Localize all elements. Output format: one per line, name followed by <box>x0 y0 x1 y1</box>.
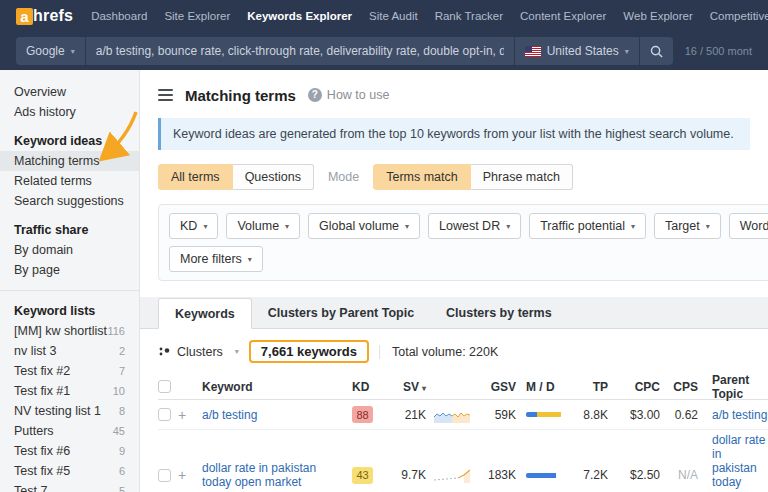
sidebar-item-label: Search suggestions <box>14 191 124 211</box>
mobile-desktop-bar <box>526 473 562 478</box>
ahrefs-logo-text: hrefs <box>33 7 73 25</box>
search-bar-row: Google ▾ a/b testing, bounce rate, click… <box>0 32 768 70</box>
ahrefs-logo[interactable]: ahrefs <box>16 7 73 25</box>
keyword-link[interactable]: dollar rate in pakistan today open marke… <box>202 461 316 489</box>
sidebar-item-by-domain[interactable]: By domain <box>0 240 139 260</box>
col-md[interactable]: M / D <box>516 380 568 394</box>
filter-volume[interactable]: Volume▾ <box>226 213 300 239</box>
list-count: 116 <box>107 321 125 341</box>
keyword-link[interactable]: a/b testing <box>202 408 257 422</box>
filter-word-count[interactable]: Word count▾ <box>729 213 768 239</box>
col-kd[interactable]: KD <box>352 380 386 394</box>
filter-lowest-dr[interactable]: Lowest DR▾ <box>428 213 521 239</box>
sidebar-item-search-suggestions[interactable]: Search suggestions <box>0 191 139 211</box>
nav-item-dashboard[interactable]: Dashboard <box>91 10 147 22</box>
search-engine-label: Google <box>26 44 65 58</box>
row-checkbox[interactable] <box>158 408 171 421</box>
filter-target[interactable]: Target▾ <box>654 213 721 239</box>
sidebar-section-traffic-share: Traffic share <box>0 220 139 240</box>
keywords-input[interactable]: a/b testing, bounce rate, click-through … <box>86 37 514 65</box>
sidebar-item-label: Keyword lists <box>14 301 95 321</box>
table-header-row: Keyword KD SV▾ GSV M / D TP CPC CPS Pare… <box>158 374 768 400</box>
tab-questions[interactable]: Questions <box>233 164 314 190</box>
select-all-checkbox[interactable] <box>158 380 171 393</box>
nav-item-web-explorer[interactable]: Web Explorer <box>623 10 692 22</box>
col-parent-topic[interactable]: Parent Topic <box>698 373 768 401</box>
sidebar-item-label: Overview <box>14 82 66 102</box>
sidebar-item-nv-list-3[interactable]: nv list 32 <box>0 341 139 361</box>
clusters-label: Clusters <box>177 345 223 359</box>
tp-value: 7.2K <box>568 468 608 482</box>
sidebar-item-test-fix-5[interactable]: Test fix #56 <box>0 461 139 481</box>
tab-clusters-by-parent-topic[interactable]: Clusters by Parent Topic <box>252 297 430 328</box>
filter-kd[interactable]: KD▾ <box>169 213 218 239</box>
chevron-down-icon: ▾ <box>405 222 409 231</box>
more-filters-button[interactable]: More filters ▾ <box>169 246 263 272</box>
sidebar-item-test-fix-2[interactable]: Test fix #27 <box>0 361 139 381</box>
sidebar-item-by-page[interactable]: By page <box>0 260 139 280</box>
how-to-use-link[interactable]: ? How to use <box>308 88 390 102</box>
clusters-dropdown[interactable]: Clusters ▾ <box>158 345 239 359</box>
sidebar-item-ads-history[interactable]: Ads history <box>0 102 139 122</box>
nav-item-site-audit[interactable]: Site Audit <box>369 10 418 22</box>
sidebar-item-label: NV testing list 1 <box>14 401 101 421</box>
col-cpc[interactable]: CPC <box>608 380 660 394</box>
sidebar-item-label: Related terms <box>14 171 92 191</box>
tab-clusters-by-terms[interactable]: Clusters by terms <box>430 297 568 328</box>
sidebar-item-label: By domain <box>14 240 73 260</box>
menu-icon[interactable] <box>158 89 173 101</box>
sidebar-item-test-fix-6[interactable]: Test fix #69 <box>0 441 139 461</box>
col-gsv[interactable]: GSV <box>472 380 516 394</box>
parent-topic-link[interactable]: a/b testing <box>712 408 767 422</box>
nav-item-content-explorer[interactable]: Content Explorer <box>520 10 606 22</box>
nav-item-competitive-analysis[interactable]: Competitive Analysis <box>710 10 768 22</box>
search-bar: Google ▾ a/b testing, bounce rate, click… <box>16 37 673 65</box>
filter-traffic-potential[interactable]: Traffic potential▾ <box>529 213 646 239</box>
tab-phrase-match[interactable]: Phrase match <box>471 164 573 190</box>
table-row: + a/b testing 88 21K 59K 8.8K $3.00 0.62… <box>158 400 768 430</box>
tab-keywords[interactable]: Keywords <box>158 298 252 329</box>
sidebar-item-nv-testing-list-1[interactable]: NV testing list 18 <box>0 401 139 421</box>
sidebar-item-label: Matching terms <box>14 151 99 171</box>
sidebar-item-label: [MM] kw shortlist <box>14 321 107 341</box>
sidebar-item-test-fix-1[interactable]: Test fix #110 <box>0 381 139 401</box>
row-checkbox[interactable] <box>158 469 171 482</box>
search-button[interactable] <box>640 37 673 65</box>
col-keyword[interactable]: Keyword <box>202 380 352 394</box>
filter-global-volume[interactable]: Global volume▾ <box>308 213 420 239</box>
add-to-list-button[interactable]: + <box>178 407 202 423</box>
list-count: 9 <box>119 441 125 461</box>
col-sv[interactable]: SV▾ <box>386 380 426 394</box>
add-to-list-button[interactable]: + <box>178 467 202 483</box>
sidebar-item-overview[interactable]: Overview <box>0 82 139 102</box>
search-engine-select[interactable]: Google ▾ <box>16 37 85 65</box>
sidebar-item-test-7[interactable]: Test 75 <box>0 481 139 492</box>
chevron-down-icon: ▾ <box>71 47 75 56</box>
sidebar-item-label: Putters <box>14 421 54 441</box>
nav-item-site-explorer[interactable]: Site Explorer <box>164 10 230 22</box>
trend-sparkline-icon <box>426 407 472 423</box>
tab-terms-match[interactable]: Terms match <box>373 164 471 190</box>
cps-value: 0.62 <box>660 408 698 422</box>
parent-topic-link[interactable]: dollar rate in pakistan today open marke… <box>712 433 765 492</box>
table-row: + dollar rate in pakistan today open mar… <box>158 430 768 492</box>
sidebar-item-label: Test fix #2 <box>14 361 70 381</box>
chevron-down-icon: ▾ <box>235 347 239 356</box>
sidebar-item-putters[interactable]: Putters45 <box>0 421 139 441</box>
sidebar-item-mm-kw-shortlist[interactable]: [MM] kw shortlist116 <box>0 321 139 341</box>
cpc-value: $2.50 <box>608 468 660 482</box>
trend-sparkline-icon <box>426 467 472 483</box>
nav-item-keywords-explorer[interactable]: Keywords Explorer <box>247 10 352 22</box>
tab-all-terms[interactable]: All terms <box>158 164 233 190</box>
sidebar-item-matching-terms[interactable]: Matching terms <box>0 151 139 171</box>
col-cps[interactable]: CPS <box>660 380 698 394</box>
sidebar-item-related-terms[interactable]: Related terms <box>0 171 139 191</box>
col-tp[interactable]: TP <box>568 380 608 394</box>
country-select[interactable]: United States ▾ <box>515 37 639 65</box>
sv-value: 9.7K <box>386 468 426 482</box>
chevron-down-icon: ▾ <box>625 47 629 56</box>
nav-item-rank-tracker[interactable]: Rank Tracker <box>435 10 503 22</box>
gsv-value: 59K <box>472 408 516 422</box>
list-count: 5 <box>119 481 125 492</box>
ahrefs-logo-mark: a <box>16 8 33 25</box>
